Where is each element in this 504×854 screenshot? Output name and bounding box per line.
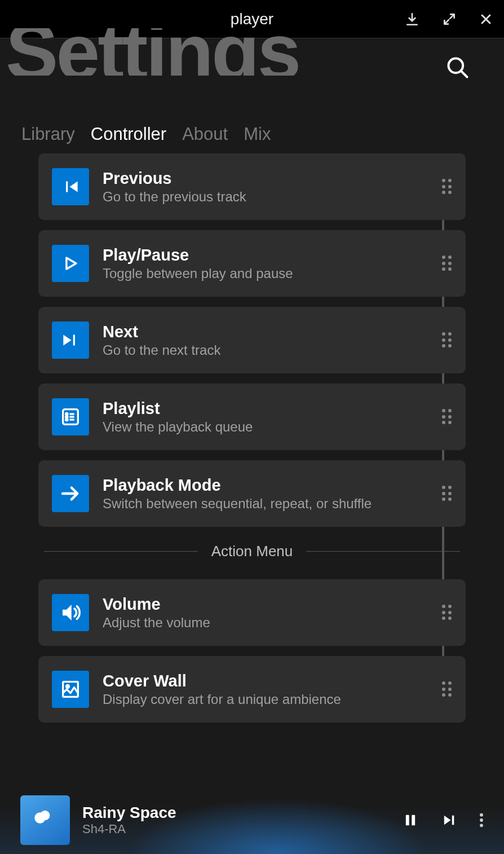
page-title: Settings xyxy=(6,28,487,76)
divider-line xyxy=(306,551,460,552)
card-body: Previous Go to the previous track xyxy=(103,169,428,205)
action-item-volume[interactable]: Volume Adjust the volume xyxy=(38,579,466,646)
play-icon xyxy=(52,245,89,282)
more-icon[interactable] xyxy=(479,812,484,828)
close-icon[interactable] xyxy=(479,12,493,26)
window-controls xyxy=(405,12,493,27)
divider-line xyxy=(44,551,198,552)
track-info[interactable]: Rainy Space Sh4-RA xyxy=(82,804,390,837)
card-body: Playback Mode Switch between sequential,… xyxy=(103,476,428,512)
skip-previous-icon xyxy=(52,168,89,205)
next-button[interactable] xyxy=(441,812,457,828)
card-body: Volume Adjust the volume xyxy=(103,595,428,631)
card-desc: Switch between sequential, repeat, or sh… xyxy=(103,496,428,512)
card-title: Cover Wall xyxy=(103,672,428,690)
image-icon xyxy=(52,671,89,708)
playlist-icon xyxy=(52,398,89,435)
card-body: Playlist View the playback queue xyxy=(103,399,428,435)
download-icon[interactable] xyxy=(405,12,419,27)
fullscreen-icon[interactable] xyxy=(442,12,457,27)
svg-point-10 xyxy=(480,818,483,822)
svg-point-9 xyxy=(480,813,483,817)
controller-list: Previous Go to the previous track Play/P… xyxy=(0,147,504,786)
svg-point-2 xyxy=(66,413,68,415)
drag-handle-icon[interactable] xyxy=(442,605,452,620)
player-controls xyxy=(403,812,484,828)
controller-item-play-pause[interactable]: Play/Pause Toggle between play and pause xyxy=(38,230,466,297)
skip-next-icon xyxy=(52,322,89,359)
card-title: Next xyxy=(103,323,428,341)
now-playing-bar: Rainy Space Sh4-RA xyxy=(0,786,504,854)
drag-handle-icon[interactable] xyxy=(442,486,452,501)
card-body: Next Go to the next track xyxy=(103,323,428,358)
card-desc: Adjust the volume xyxy=(103,615,428,631)
window-title: player xyxy=(231,10,273,28)
section-label: Action Menu xyxy=(211,543,293,560)
card-desc: Display cover art for a unique ambience xyxy=(103,692,428,707)
tab-library[interactable]: Library xyxy=(21,124,75,144)
volume-icon xyxy=(52,594,89,631)
controller-item-next[interactable]: Next Go to the next track xyxy=(38,307,466,373)
card-title: Playlist xyxy=(103,399,428,418)
page-header: Settings xyxy=(0,28,504,107)
section-divider: Action Menu xyxy=(44,543,460,560)
tab-about[interactable]: About xyxy=(182,124,228,144)
drag-handle-icon[interactable] xyxy=(442,409,452,425)
controller-item-previous[interactable]: Previous Go to the previous track xyxy=(38,153,466,220)
tab-mix[interactable]: Mix xyxy=(244,124,271,144)
pause-button[interactable] xyxy=(403,812,418,828)
action-item-cover-wall[interactable]: Cover Wall Display cover art for a uniqu… xyxy=(38,656,466,723)
tab-controller[interactable]: Controller xyxy=(91,124,166,144)
card-title: Play/Pause xyxy=(103,246,428,265)
svg-rect-8 xyxy=(412,815,415,826)
card-title: Volume xyxy=(103,595,428,614)
card-title: Playback Mode xyxy=(103,476,428,495)
track-title: Rainy Space xyxy=(82,804,390,822)
track-artist: Sh4-RA xyxy=(82,822,390,837)
svg-rect-7 xyxy=(406,815,409,826)
svg-point-3 xyxy=(66,416,68,417)
drag-handle-icon[interactable] xyxy=(442,332,452,348)
card-body: Play/Pause Toggle between play and pause xyxy=(103,246,428,281)
settings-tabs: Library Controller About Mix xyxy=(0,107,504,144)
card-body: Cover Wall Display cover art for a uniqu… xyxy=(103,672,428,707)
card-desc: Go to the next track xyxy=(103,342,428,358)
drag-handle-icon[interactable] xyxy=(442,256,452,271)
arrow-right-icon xyxy=(52,475,89,512)
controller-item-playback-mode[interactable]: Playback Mode Switch between sequential,… xyxy=(38,460,466,527)
drag-handle-icon[interactable] xyxy=(442,179,452,195)
search-icon[interactable] xyxy=(445,55,470,80)
album-art[interactable] xyxy=(20,795,70,845)
svg-point-11 xyxy=(480,824,483,827)
card-desc: Go to the previous track xyxy=(103,189,428,205)
controller-item-playlist[interactable]: Playlist View the playback queue xyxy=(38,384,466,450)
svg-point-6 xyxy=(67,685,69,688)
card-desc: Toggle between play and pause xyxy=(103,266,428,281)
card-title: Previous xyxy=(103,169,428,188)
drag-handle-icon[interactable] xyxy=(442,681,452,697)
svg-point-4 xyxy=(66,419,68,420)
card-desc: View the playback queue xyxy=(103,419,428,435)
